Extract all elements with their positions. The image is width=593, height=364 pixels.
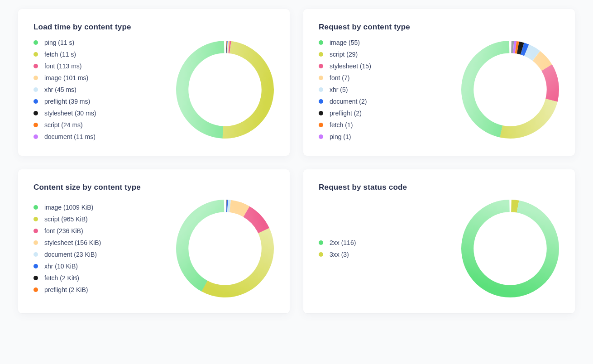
legend-dot-icon [33,64,38,68]
legend-label: document (11 ms) [44,133,96,140]
legend-item[interactable]: fetch (1) [319,121,423,129]
legend-label: preflight (2) [330,110,362,117]
legend-dot-icon [33,252,38,257]
legend-label: document (2) [330,98,367,105]
legend-item[interactable]: preflight (2) [319,110,423,117]
legend-item[interactable]: xhr (45 ms) [33,86,138,93]
legend-item[interactable]: document (11 ms) [33,133,138,140]
legend-item[interactable]: xhr (10 KiB) [33,263,138,270]
legend-dot-icon [33,40,38,45]
legend-label: xhr (5) [330,86,348,93]
card-body: image (55)script (29)stylesheet (15)font… [319,39,560,140]
donut-slice [461,199,560,298]
legend-dot-icon [319,40,323,45]
legend-dot-icon [33,123,38,127]
legend-label: stylesheet (156 KiB) [44,239,101,246]
legend-dot-icon [33,205,38,210]
legend: ping (11 s)fetch (11 s)font (113 ms)imag… [33,39,138,140]
card-title: Request by content type [319,23,560,32]
legend-dot-icon [319,252,323,257]
legend-dot-icon [319,64,323,68]
legend-label: image (1009 KiB) [44,204,93,211]
legend-item[interactable]: 2xx (116) [319,239,423,246]
legend-item[interactable]: script (24 ms) [33,121,138,129]
legend-label: fetch (2 KiB) [44,274,79,282]
legend-dot-icon [33,76,38,80]
donut-chart [461,40,560,139]
card-body: ping (11 s)fetch (11 s)font (113 ms)imag… [33,39,274,140]
donut-chart [176,199,274,298]
legend-label: fetch (1) [330,121,353,129]
legend-label: document (23 KiB) [44,251,97,258]
legend-item[interactable]: font (236 KiB) [33,227,138,235]
legend-dot-icon [33,240,38,245]
legend-label: 2xx (116) [330,239,356,246]
donut-chart [461,199,560,298]
legend-item[interactable]: ping (1) [319,133,423,140]
legend-dot-icon [33,52,38,57]
legend-label: preflight (39 ms) [44,98,90,105]
legend-label: ping (1) [330,133,351,140]
card-status-code: Request by status code2xx (116)3xx (3) [303,169,575,313]
legend-item[interactable]: font (7) [319,74,423,81]
card-body: 2xx (116)3xx (3) [319,199,560,298]
legend-item[interactable]: preflight (39 ms) [33,98,138,105]
legend-label: script (965 KiB) [44,216,88,223]
legend-item[interactable]: image (55) [319,39,423,46]
legend-item[interactable]: image (101 ms) [33,74,138,81]
legend-item[interactable]: font (113 ms) [33,62,138,70]
legend-label: font (7) [330,74,349,81]
legend-item[interactable]: stylesheet (15) [319,62,423,70]
legend-item[interactable]: preflight (2 KiB) [33,286,138,293]
legend-item[interactable]: ping (11 s) [33,39,138,46]
legend-dot-icon [319,99,323,104]
legend-item[interactable]: stylesheet (156 KiB) [33,239,138,246]
legend-dot-icon [319,52,323,57]
legend: 2xx (116)3xx (3) [319,239,423,258]
legend-dot-icon [319,111,323,115]
legend-label: fetch (11 s) [44,51,76,58]
legend-dot-icon [33,264,38,268]
legend-item[interactable]: xhr (5) [319,86,423,93]
legend-item[interactable]: fetch (11 s) [33,51,138,58]
legend-dot-icon [319,240,323,245]
card-title: Request by status code [319,183,560,192]
legend-item[interactable]: document (2) [319,98,423,105]
legend-label: 3xx (3) [330,251,349,258]
donut-chart [176,40,274,139]
legend-dot-icon [319,76,323,80]
legend-dot-icon [33,111,38,115]
legend-item[interactable]: script (29) [319,51,423,58]
card-title: Load time by content type [33,23,274,32]
legend-dot-icon [33,99,38,104]
card-body: image (1009 KiB)script (965 KiB)font (23… [33,199,274,298]
legend-item[interactable]: fetch (2 KiB) [33,274,138,282]
legend-dot-icon [33,287,38,292]
card-request-count: Request by content typeimage (55)script … [303,9,575,156]
legend-label: font (236 KiB) [44,227,83,235]
legend-label: image (55) [330,39,360,46]
legend-label: ping (11 s) [44,39,74,46]
legend-item[interactable]: stylesheet (30 ms) [33,110,138,117]
legend-label: script (24 ms) [44,121,83,129]
legend-dot-icon [33,87,38,92]
legend-dot-icon [319,87,323,92]
legend: image (55)script (29)stylesheet (15)font… [319,39,423,140]
legend-label: stylesheet (30 ms) [44,110,96,117]
legend-dot-icon [33,217,38,221]
legend-label: xhr (10 KiB) [44,263,78,270]
legend-label: script (29) [330,51,358,58]
card-load-time: Load time by content typeping (11 s)fetc… [18,9,290,156]
legend-item[interactable]: document (23 KiB) [33,251,138,258]
legend-dot-icon [319,134,323,139]
legend-label: stylesheet (15) [330,62,371,70]
legend-dot-icon [319,123,323,127]
legend-item[interactable]: image (1009 KiB) [33,204,138,211]
legend-label: xhr (45 ms) [44,86,77,93]
card-title: Content size by content type [33,183,274,192]
legend-dot-icon [33,229,38,233]
legend-item[interactable]: script (965 KiB) [33,216,138,223]
legend-dot-icon [33,276,38,280]
legend-dot-icon [33,134,38,139]
legend-item[interactable]: 3xx (3) [319,251,423,258]
